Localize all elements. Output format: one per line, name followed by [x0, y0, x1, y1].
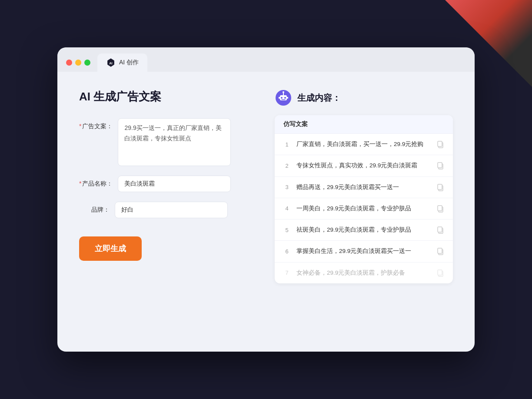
ai-tab-icon: AI: [106, 58, 116, 67]
copy-icon[interactable]: [436, 140, 444, 148]
tab-label: AI 创作: [119, 59, 139, 66]
product-name-required: *: [79, 180, 81, 187]
right-panel-title: 生成内容：: [297, 92, 341, 104]
svg-rect-9: [287, 97, 288, 99]
copy-icon[interactable]: [436, 162, 444, 170]
browser-content: AI 生成广告文案 *广告文案： 29.9买一送一，真正的厂家直销，美白淡斑霜，…: [57, 72, 475, 341]
ad-copy-required: *: [79, 123, 81, 130]
result-number: 7: [283, 269, 290, 276]
result-number: 6: [283, 248, 290, 255]
result-text: 祛斑美白，29.9元美白淡斑霜，专业护肤品: [296, 226, 430, 234]
svg-rect-14: [438, 163, 442, 168]
ad-copy-row: *广告文案： 29.9买一送一，真正的厂家直销，美白淡斑霜，专抹女性斑点: [79, 118, 257, 166]
result-text: 专抹女性斑点，真实功效，29.9元美白淡斑霜: [296, 161, 430, 170]
result-item: 4 一周美白，29.9元美白淡斑霜，专业护肤品: [275, 198, 453, 219]
results-box: 仿写文案 1 厂家直销，美白淡斑霜，买一送一，29.9元抢购 2 专抹女性斑点，…: [275, 115, 453, 283]
traffic-light-close[interactable]: [66, 60, 72, 66]
result-item: 5 祛斑美白，29.9元美白淡斑霜，专业护肤品: [275, 219, 453, 241]
page-title: AI 生成广告文案: [79, 89, 257, 104]
svg-point-7: [283, 91, 284, 93]
result-item: 7 女神必备，29.9元美白淡斑霜，护肤必备: [275, 263, 453, 283]
svg-rect-18: [438, 206, 442, 211]
product-name-row: *产品名称：: [79, 176, 257, 192]
ad-copy-input[interactable]: 29.9买一送一，真正的厂家直销，美白淡斑霜，专抹女性斑点: [118, 118, 231, 166]
left-panel: AI 生成广告文案 *广告文案： 29.9买一送一，真正的厂家直销，美白淡斑霜，…: [79, 89, 257, 324]
browser-window: AI AI 创作 AI 生成广告文案 *广告文案： 29.9买一送一，真正的厂家…: [57, 47, 475, 352]
svg-rect-16: [438, 184, 442, 190]
right-panel: 生成内容： 仿写文案 1 厂家直销，美白淡斑霜，买一送一，29.9元抢购 2 专…: [275, 89, 453, 324]
right-panel-header: 生成内容：: [275, 89, 453, 106]
result-text: 女神必备，29.9元美白淡斑霜，护肤必备: [296, 269, 430, 277]
product-name-input[interactable]: [118, 176, 231, 192]
browser-tab[interactable]: AI AI 创作: [97, 53, 147, 72]
result-text: 一周美白，29.9元美白淡斑霜，专业护肤品: [296, 204, 430, 213]
svg-text:AI: AI: [109, 61, 112, 65]
copy-icon[interactable]: [436, 247, 444, 255]
copy-icon[interactable]: [436, 269, 444, 277]
result-text: 赠品再送，29.9元美白淡斑霜买一送一: [296, 183, 430, 192]
svg-rect-12: [438, 141, 442, 146]
svg-point-4: [281, 97, 283, 99]
ad-copy-label: *广告文案：: [79, 118, 113, 130]
result-number: 2: [283, 163, 290, 169]
svg-rect-24: [438, 270, 442, 275]
traffic-light-maximize[interactable]: [84, 60, 90, 66]
results-header: 仿写文案: [275, 115, 453, 134]
robot-icon: [275, 89, 292, 106]
brand-label: 品牌：: [79, 202, 110, 214]
copy-icon[interactable]: [436, 183, 444, 191]
brand-row: 品牌：: [79, 202, 257, 218]
result-item: 3 赠品再送，29.9元美白淡斑霜买一送一: [275, 177, 453, 198]
svg-point-5: [284, 97, 286, 99]
product-name-label: *产品名称：: [79, 176, 113, 188]
result-text: 掌握美白生活，29.9元美白淡斑霜买一送一: [296, 247, 430, 256]
result-number: 5: [283, 227, 290, 233]
result-number: 3: [283, 184, 290, 190]
result-item: 1 厂家直销，美白淡斑霜，买一送一，29.9元抢购: [275, 134, 453, 155]
result-number: 4: [283, 205, 290, 212]
result-text: 厂家直销，美白淡斑霜，买一送一，29.9元抢购: [296, 140, 430, 149]
result-item: 6 掌握美白生活，29.9元美白淡斑霜买一送一: [275, 241, 453, 262]
traffic-light-minimize[interactable]: [75, 60, 81, 66]
svg-rect-22: [438, 248, 442, 253]
copy-icon[interactable]: [436, 205, 444, 213]
svg-rect-8: [279, 97, 280, 99]
brand-input[interactable]: [115, 202, 228, 218]
browser-chrome: AI AI 创作: [57, 47, 475, 72]
traffic-lights: [66, 60, 90, 72]
result-number: 1: [283, 141, 290, 148]
results-list: 1 厂家直销，美白淡斑霜，买一送一，29.9元抢购 2 专抹女性斑点，真实功效，…: [275, 134, 453, 283]
result-item: 2 专抹女性斑点，真实功效，29.9元美白淡斑霜: [275, 155, 453, 176]
generate-button[interactable]: 立即生成: [79, 236, 142, 261]
svg-rect-20: [438, 227, 442, 232]
copy-icon[interactable]: [436, 226, 444, 234]
